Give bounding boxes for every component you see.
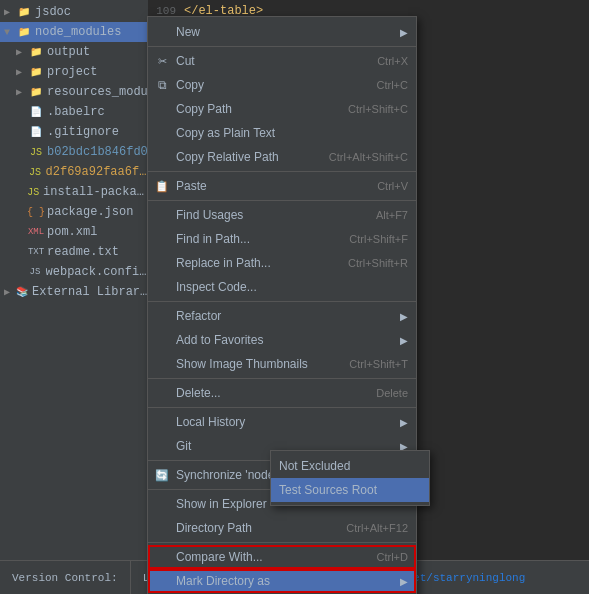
menu-item-replace-in-path[interactable]: Replace in Path... Ctrl+Shift+R	[148, 251, 416, 275]
menu-item-delete-label: Delete...	[176, 386, 221, 400]
menu-separator	[148, 200, 416, 201]
menu-item-new[interactable]: New ▶	[148, 20, 416, 44]
tree-arrow: ▶	[4, 6, 16, 18]
menu-item-add-favorites[interactable]: Add to Favorites ▶	[148, 328, 416, 352]
tree-item-gitignore[interactable]: ▶ 📄 .gitignore	[0, 122, 148, 142]
menu-separator	[148, 378, 416, 379]
delete-shortcut: Delete	[376, 387, 408, 399]
tree-item-webpack[interactable]: ▶ JS webpack.config.	[0, 262, 148, 282]
file-icon: TXT	[28, 244, 44, 260]
tree-item-install[interactable]: ▶ JS install-package.j	[0, 182, 148, 202]
paste-shortcut: Ctrl+V	[377, 180, 408, 192]
menu-item-directory-path[interactable]: Directory Path Ctrl+Alt+F12	[148, 516, 416, 540]
tree-item-babelrc[interactable]: ▶ 📄 .babelrc	[0, 102, 148, 122]
tree-item-ext-libs[interactable]: ▶ 📚 External Libraries	[0, 282, 148, 302]
directory-path-shortcut: Ctrl+Alt+F12	[346, 522, 408, 534]
tree-item-output[interactable]: ▶ 📁 output	[0, 42, 148, 62]
file-tree: ▶ 📁 jsdoc ▼ 📁 node_modules ▶ 📁 output ▶ …	[0, 0, 148, 560]
tree-label: External Libraries	[32, 285, 148, 299]
tree-label: b02bdc1b846fd0	[47, 145, 148, 159]
menu-separator	[148, 301, 416, 302]
tree-item-node-modules[interactable]: ▼ 📁 node_modules	[0, 22, 148, 42]
file-icon: XML	[28, 224, 44, 240]
submenu-arrow-icon: ▶	[400, 27, 408, 38]
menu-item-cut-label: Cut	[176, 54, 195, 68]
tree-arrow: ▶	[16, 86, 28, 98]
tree-label: output	[47, 45, 90, 59]
file-icon: JS	[28, 144, 44, 160]
menu-item-new-label: New	[176, 25, 200, 39]
menu-item-compare-with[interactable]: Compare With... Ctrl+D	[148, 545, 416, 569]
menu-item-find-in-path[interactable]: Find in Path... Ctrl+Shift+F	[148, 227, 416, 251]
tree-label: d2f69a92faa6fe9	[46, 165, 148, 179]
submenu-arrow-icon: ▶	[400, 417, 408, 428]
menu-item-directory-path-label: Directory Path	[176, 521, 252, 535]
submenu-arrow-icon: ▶	[400, 576, 408, 587]
paste-icon: 📋	[154, 178, 170, 194]
submenu-arrow-icon: ▶	[400, 311, 408, 322]
menu-item-copy-relative-label: Copy Relative Path	[176, 150, 279, 164]
tree-item-pom[interactable]: ▶ XML pom.xml	[0, 222, 148, 242]
menu-item-local-history[interactable]: Local History ▶	[148, 410, 416, 434]
menu-separator	[148, 46, 416, 47]
tree-item-resources[interactable]: ▶ 📁 resources_modu	[0, 82, 148, 102]
tree-item-package-json[interactable]: ▶ { } package.json	[0, 202, 148, 222]
tree-item-jsdoc[interactable]: ▶ 📁 jsdoc	[0, 2, 148, 22]
status-tab-vc-label: Version Control:	[12, 572, 118, 584]
status-tab-version-control[interactable]: Version Control:	[0, 561, 131, 594]
menu-item-find-in-path-label: Find in Path...	[176, 232, 250, 246]
menu-item-refactor[interactable]: Refactor ▶	[148, 304, 416, 328]
sync-icon: 🔄	[154, 467, 170, 483]
tree-label: readme.txt	[47, 245, 119, 259]
menu-item-copy[interactable]: ⧉ Copy Ctrl+C	[148, 73, 416, 97]
tree-label: node_modules	[35, 25, 121, 39]
folder-icon: 📁	[16, 24, 32, 40]
submenu-mark-directory: Not Excluded Test Sources Root	[270, 450, 430, 506]
menu-item-paste-label: Paste	[176, 179, 207, 193]
tree-arrow: ▶	[16, 46, 28, 58]
menu-item-inspect-code[interactable]: Inspect Code...	[148, 275, 416, 299]
menu-item-find-usages-label: Find Usages	[176, 208, 243, 222]
tree-item-project[interactable]: ▶ 📁 project	[0, 62, 148, 82]
tree-arrow: ▼	[4, 27, 16, 38]
menu-item-copy-path[interactable]: Copy Path Ctrl+Shift+C	[148, 97, 416, 121]
copy-path-shortcut: Ctrl+Shift+C	[348, 103, 408, 115]
folder-icon: 📁	[16, 4, 32, 20]
menu-item-inspect-code-label: Inspect Code...	[176, 280, 257, 294]
find-usages-shortcut: Alt+F7	[376, 209, 408, 221]
menu-item-copy-relative[interactable]: Copy Relative Path Ctrl+Alt+Shift+C	[148, 145, 416, 169]
tree-arrow: ▶	[4, 286, 15, 298]
submenu-item-not-excluded[interactable]: Not Excluded	[271, 454, 429, 478]
menu-item-copy-plain[interactable]: Copy as Plain Text	[148, 121, 416, 145]
menu-item-delete[interactable]: Delete... Delete	[148, 381, 416, 405]
submenu-item-not-excluded-label: Not Excluded	[279, 459, 350, 473]
menu-item-mark-directory-label: Mark Directory as	[176, 574, 270, 588]
tree-label: webpack.config.	[46, 265, 148, 279]
menu-item-paste[interactable]: 📋 Paste Ctrl+V	[148, 174, 416, 198]
submenu-arrow-icon: ▶	[400, 335, 408, 346]
tree-label: resources_modu	[47, 85, 148, 99]
tree-item-b02bdc[interactable]: ▶ JS b02bdc1b846fd0	[0, 142, 148, 162]
menu-item-cut[interactable]: ✂ Cut Ctrl+X	[148, 49, 416, 73]
tree-arrow: ▶	[16, 66, 28, 78]
menu-item-mark-directory[interactable]: Mark Directory as ▶	[148, 569, 416, 593]
compare-with-shortcut: Ctrl+D	[377, 551, 408, 563]
context-menu: New ▶ ✂ Cut Ctrl+X ⧉ Copy Ctrl+C Copy Pa…	[147, 16, 417, 594]
folder-icon: 📁	[28, 84, 44, 100]
file-icon: JS	[27, 164, 42, 180]
menu-separator	[148, 407, 416, 408]
tree-label: .gitignore	[47, 125, 119, 139]
menu-item-replace-in-path-label: Replace in Path...	[176, 256, 271, 270]
tree-label: package.json	[47, 205, 133, 219]
submenu-item-test-sources-label: Test Sources Root	[279, 483, 377, 497]
tree-label: install-package.j	[43, 185, 148, 199]
file-icon: JS	[26, 184, 40, 200]
tree-item-readme[interactable]: ▶ TXT readme.txt	[0, 242, 148, 262]
copy-icon: ⧉	[154, 77, 170, 93]
tree-label: project	[47, 65, 97, 79]
menu-item-find-usages[interactable]: Find Usages Alt+F7	[148, 203, 416, 227]
tree-item-d2f69a[interactable]: ▶ JS d2f69a92faa6fe9	[0, 162, 148, 182]
file-icon: JS	[27, 264, 42, 280]
menu-item-show-thumbnails[interactable]: Show Image Thumbnails Ctrl+Shift+T	[148, 352, 416, 376]
submenu-item-test-sources[interactable]: Test Sources Root	[271, 478, 429, 502]
